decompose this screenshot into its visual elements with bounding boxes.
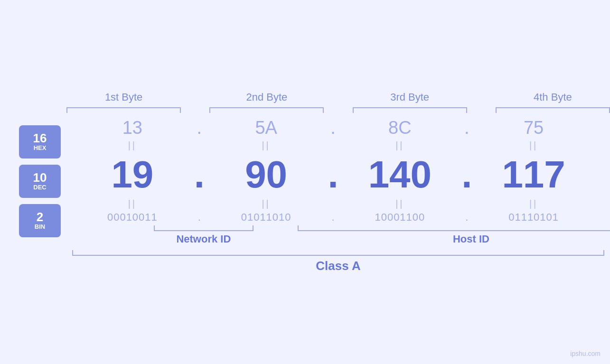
- dec-byte-3: 140: [343, 156, 458, 194]
- bin-dot-icon-2: .: [331, 211, 334, 224]
- byte-header-1: 1st Byte: [52, 91, 195, 107]
- dot-icon-2: .: [330, 118, 336, 138]
- top-brackets: [52, 107, 610, 113]
- eq1-3: ||: [343, 140, 458, 151]
- dec-text: DEC: [33, 184, 46, 191]
- eq2-4: ||: [476, 198, 591, 209]
- dec-byte-2: 90: [209, 156, 324, 194]
- bin-byte-3: 10001100: [343, 211, 458, 224]
- bin-val-2: 01011010: [241, 211, 291, 224]
- bin-val-3: 10001100: [375, 211, 425, 224]
- hex-dot-3: .: [457, 118, 476, 138]
- dec-label: 10 DEC: [19, 165, 61, 198]
- hex-byte-1: 13: [75, 118, 190, 138]
- byte-headers: 1st Byte 2nd Byte 3rd Byte 4th Byte: [52, 91, 610, 107]
- dec-dot-2: .: [324, 153, 343, 196]
- bin-val-1: 00010011: [107, 211, 158, 224]
- equals-row-2: || || || ||: [75, 196, 591, 211]
- bracket-cell-3: [338, 107, 481, 113]
- host-id-label: Host ID: [285, 233, 610, 245]
- hex-val-2: 5A: [255, 118, 277, 138]
- hex-dot-2: .: [324, 118, 343, 138]
- bin-byte-2: 01011010: [209, 211, 324, 224]
- dec-dot-3: .: [457, 153, 476, 196]
- class-area: Class A: [52, 250, 610, 273]
- byte-header-4: 4th Byte: [481, 91, 610, 107]
- hex-val-3: 8C: [388, 118, 412, 138]
- bin-val-4: 01110101: [508, 211, 559, 224]
- network-id-label: Network ID: [141, 233, 266, 245]
- network-bottom-bracket: [154, 225, 253, 231]
- dec-val-3: 140: [368, 156, 432, 194]
- bin-dot-icon-3: .: [465, 211, 468, 224]
- class-label: Class A: [316, 259, 360, 273]
- eq2-3: ||: [343, 198, 458, 209]
- bin-label: 2 BIN: [19, 204, 61, 237]
- bin-dot-2: .: [324, 211, 343, 224]
- hex-text: HEX: [34, 144, 47, 152]
- bin-byte-4: 01110101: [476, 211, 591, 224]
- bin-num: 2: [37, 211, 43, 223]
- network-bracket-cell: [141, 225, 266, 231]
- bracket-cell-2: [195, 107, 338, 113]
- dec-dot-1: .: [190, 153, 209, 196]
- top-bracket-2: [209, 107, 324, 113]
- byte-header-3: 3rd Byte: [338, 91, 481, 107]
- dec-dot-icon-3: .: [461, 153, 472, 196]
- eq1-4: ||: [476, 140, 591, 151]
- hex-val-1: 13: [122, 118, 142, 138]
- rows-container: 13 . 5A . 8C . 75: [75, 118, 591, 245]
- dec-val-1: 19: [111, 156, 153, 194]
- dec-val-2: 90: [245, 156, 287, 194]
- eq1-1: ||: [75, 140, 190, 151]
- content-grid: 16 HEX 10 DEC 2 BIN 13 .: [19, 118, 591, 245]
- hex-num: 16: [33, 132, 47, 144]
- bottom-bracket-row: [141, 225, 610, 231]
- dec-val-4: 117: [502, 156, 565, 194]
- hex-byte-4: 75: [476, 118, 591, 138]
- bin-row: 00010011 . 01011010 . 10001100 .: [75, 211, 591, 224]
- host-bracket-cell: [285, 225, 610, 231]
- dec-row: 19 . 90 . 140 . 117: [75, 153, 591, 196]
- bin-dot-1: .: [190, 211, 209, 224]
- dot-icon-3: .: [464, 118, 469, 138]
- bin-text: BIN: [35, 223, 45, 231]
- top-bracket-3: [353, 107, 467, 113]
- eq2-2: ||: [209, 198, 324, 209]
- dec-num: 10: [33, 171, 47, 184]
- dec-dot-icon-2: .: [328, 153, 338, 196]
- hex-label: 16 HEX: [19, 125, 61, 159]
- byte-header-2: 2nd Byte: [195, 91, 338, 107]
- hex-byte-2: 5A: [209, 118, 324, 138]
- hex-row: 13 . 5A . 8C . 75: [75, 118, 591, 138]
- bin-byte-1: 00010011: [75, 211, 190, 224]
- bottom-brackets-area: Network ID Host ID: [141, 225, 610, 245]
- bin-dot-icon-1: .: [198, 211, 201, 224]
- base-labels-column: 16 HEX 10 DEC 2 BIN: [19, 118, 61, 245]
- main-container: 1st Byte 2nd Byte 3rd Byte 4th Byte 16 H…: [0, 0, 610, 364]
- top-bracket-1: [66, 107, 181, 113]
- top-bracket-4: [496, 107, 610, 113]
- hex-byte-3: 8C: [343, 118, 458, 138]
- label-row: Network ID Host ID: [141, 233, 610, 245]
- hex-val-4: 75: [524, 118, 544, 138]
- dec-byte-4: 117: [476, 156, 591, 194]
- dec-dot-icon-1: .: [194, 153, 205, 196]
- bracket-cell-1: [52, 107, 195, 113]
- class-bracket: [72, 250, 604, 256]
- dot-icon-1: .: [197, 118, 202, 138]
- watermark: ipshu.com: [570, 350, 601, 357]
- hex-dot-1: .: [190, 118, 209, 138]
- equals-row-1: || || || ||: [75, 138, 591, 153]
- host-bottom-bracket: [298, 225, 610, 231]
- dec-byte-1: 19: [75, 156, 190, 194]
- eq1-2: ||: [209, 140, 324, 151]
- bin-dot-3: .: [457, 211, 476, 224]
- bracket-cell-4: [481, 107, 610, 113]
- eq2-1: ||: [75, 198, 190, 209]
